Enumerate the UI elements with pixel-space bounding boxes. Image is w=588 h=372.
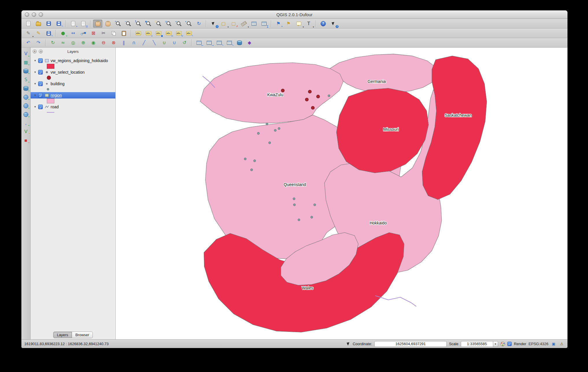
toggle-editing-button[interactable]: ✎: [34, 29, 43, 37]
messages-log-button[interactable]: ⚠: [559, 341, 565, 347]
open-attribute-table-button[interactable]: [249, 20, 258, 28]
node-tool-button[interactable]: [79, 29, 88, 37]
minimize-button[interactable]: [32, 12, 36, 17]
pan-map-button[interactable]: [93, 20, 102, 28]
delete-ring-button[interactable]: ⊖: [99, 39, 108, 47]
layer-item-vw-select-location[interactable]: ▼ ✓ vw_select_location: [31, 69, 115, 75]
paste-features-button[interactable]: [119, 29, 128, 37]
table-edit-features-button[interactable]: ✎: [215, 39, 224, 47]
merge-features-button[interactable]: ∪: [160, 39, 169, 47]
label-properties-button[interactable]: ✎: [184, 29, 193, 37]
remove-layer-button[interactable]: ▪−: [22, 137, 30, 144]
open-project-button[interactable]: [34, 20, 43, 28]
add-spatialite-layer-button[interactable]: S+: [22, 76, 30, 83]
layer-item-vw-regions-adjoining-hokkaido[interactable]: ▼ ✓ vw_regions_adjoining_hokkaido: [31, 57, 115, 64]
add-raster-layer-button[interactable]: ▦+: [22, 59, 30, 66]
collapse-arrow-icon[interactable]: ▼: [34, 82, 37, 85]
add-part-button[interactable]: ⊕: [79, 39, 88, 47]
scale-input[interactable]: [461, 341, 493, 347]
add-mssql-layer-button[interactable]: +: [22, 85, 30, 92]
maximize-button[interactable]: [39, 12, 43, 17]
delete-selected-button[interactable]: ⊠: [89, 29, 98, 37]
collapse-arrow-icon[interactable]: ▼: [34, 105, 37, 108]
map-canvas[interactable]: KwaZulu Germania Missouri Saskatchewan Q…: [116, 48, 567, 339]
mouse-position-icon[interactable]: [347, 342, 350, 346]
close-button[interactable]: [25, 12, 29, 17]
add-wms-layer-button[interactable]: +: [22, 93, 30, 101]
collapse-arrow-icon[interactable]: ▼: [34, 59, 37, 62]
scale-dropdown-button[interactable]: ▾: [493, 341, 498, 347]
layer-visibility-checkbox[interactable]: ✓: [38, 81, 43, 86]
table-export-button[interactable]: →: [204, 39, 214, 47]
collapse-arrow-icon[interactable]: ▼: [34, 71, 37, 74]
region-polygon-missouri[interactable]: [336, 88, 428, 173]
rotate-point-symbols-button[interactable]: ↺: [180, 39, 189, 47]
fill-ring-button[interactable]: ◉: [89, 39, 98, 47]
deselect-features-button[interactable]: ▢✗: [229, 20, 238, 28]
measure-button[interactable]: ▾: [239, 20, 248, 28]
add-postgis-layer-button[interactable]: +: [22, 67, 30, 75]
python-console-button[interactable]: ◆: [245, 39, 254, 47]
stop-render-button[interactable]: [500, 342, 505, 346]
whats-this-button[interactable]: ?: [329, 20, 338, 28]
db-manager-button[interactable]: [235, 39, 244, 47]
help-contents-button[interactable]: ?: [319, 20, 328, 28]
merge-attributes-button[interactable]: ∪: [170, 39, 179, 47]
region-polygon-germania[interactable]: [326, 54, 437, 93]
new-bookmark-button[interactable]: ⚑+: [274, 20, 283, 28]
split-parts-button[interactable]: ╲: [149, 39, 159, 47]
tab-layers[interactable]: Layers: [53, 332, 72, 338]
split-features-button[interactable]: ╱: [139, 39, 149, 47]
labeling-button[interactable]: [134, 29, 143, 37]
crs-status-button[interactable]: ▣: [551, 341, 556, 347]
label-move-button[interactable]: ↔: [164, 29, 173, 37]
simplify-feature-button[interactable]: ≈: [58, 39, 68, 47]
save-project-as-button[interactable]: ✎: [54, 20, 63, 28]
zoom-to-layer-button[interactable]: ▤: [164, 20, 173, 28]
tab-browser[interactable]: Browser: [72, 332, 93, 338]
new-project-button[interactable]: [24, 20, 33, 28]
zoom-full-button[interactable]: ▣: [144, 20, 153, 28]
cut-features-button[interactable]: ✂: [99, 29, 108, 37]
reshape-features-button[interactable]: ∩: [129, 39, 138, 47]
select-features-button[interactable]: ▢▾: [219, 20, 228, 28]
offset-curve-button[interactable]: ∥: [119, 39, 128, 47]
pan-to-selection-button[interactable]: ▢: [103, 20, 112, 28]
zoom-native-button[interactable]: 1: [134, 20, 143, 28]
layer-visibility-checkbox[interactable]: ✓: [38, 93, 43, 98]
zoom-last-button[interactable]: ◂: [174, 20, 183, 28]
zoom-out-button[interactable]: −: [123, 20, 133, 28]
zoom-next-button[interactable]: ▸: [184, 20, 193, 28]
render-checkbox[interactable]: ✓: [507, 342, 512, 346]
text-annotation-button[interactable]: T▾: [304, 20, 313, 28]
table-edit-attributes-button[interactable]: ✎: [225, 39, 234, 47]
composer-manager-button[interactable]: ▤: [79, 20, 88, 28]
zoom-to-selection-button[interactable]: ▢: [154, 20, 163, 28]
titlebar[interactable]: QGIS 2.0.1-Dufour: [21, 10, 567, 19]
save-layer-edits-button[interactable]: ✎: [44, 29, 53, 37]
move-feature-button[interactable]: ↔: [69, 29, 78, 37]
collapse-arrow-icon[interactable]: ▼: [34, 94, 37, 97]
show-bookmarks-button[interactable]: ⚑: [284, 20, 293, 28]
add-vector-layer-button[interactable]: V+: [22, 50, 30, 57]
layer-item-region[interactable]: ▼ ✓ region: [31, 92, 115, 98]
label-pin-button[interactable]: +: [144, 29, 153, 37]
layer-item-road[interactable]: ▼ ✓ road: [31, 104, 115, 110]
annotation-button[interactable]: ▾: [294, 20, 303, 28]
table-import-button[interactable]: ←: [194, 39, 204, 47]
redo-button[interactable]: ↷: [34, 39, 43, 47]
zoom-in-button[interactable]: +: [113, 20, 123, 28]
new-print-composer-button[interactable]: +: [69, 20, 78, 28]
field-calculator-button[interactable]: ∑: [259, 20, 269, 28]
layer-visibility-checkbox[interactable]: ✓: [38, 70, 43, 75]
label-show-hide-button[interactable]: ●: [154, 29, 163, 37]
map-refresh-button[interactable]: ↻: [194, 20, 204, 28]
undo-button[interactable]: ↶: [24, 39, 33, 47]
new-shapefile-layer-button[interactable]: V*: [22, 128, 30, 135]
layer-item-building[interactable]: ▼ ✓ building: [31, 81, 115, 87]
identify-features-button[interactable]: i: [209, 20, 218, 28]
coordinate-input[interactable]: [374, 341, 447, 347]
layer-visibility-checkbox[interactable]: ✓: [38, 105, 43, 109]
layer-visibility-checkbox[interactable]: ✓: [38, 58, 43, 63]
add-delimited-text-layer-button[interactable]: ,+: [22, 119, 30, 127]
